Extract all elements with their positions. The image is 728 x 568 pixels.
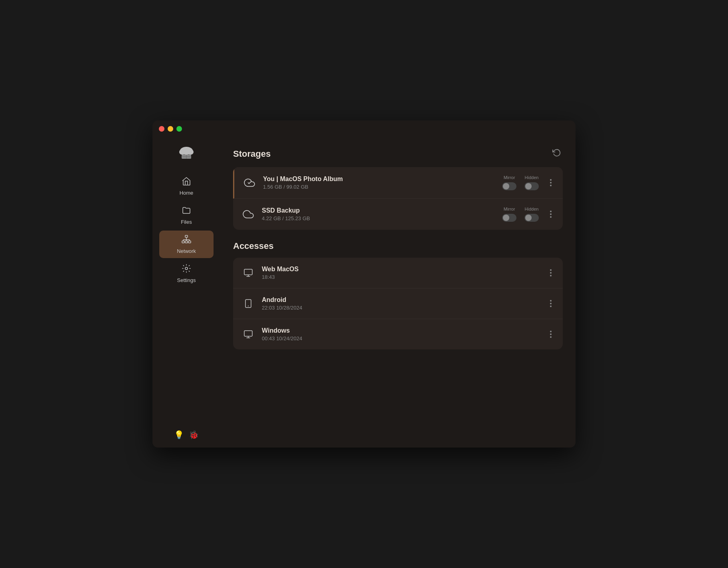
dot2 <box>550 272 552 274</box>
accesses-card: Web MacOS 18:43 <box>233 258 563 349</box>
dot2 <box>550 303 552 304</box>
cloud-icon <box>241 207 255 221</box>
dot3 <box>550 336 552 338</box>
main-content: Storages <box>220 137 576 448</box>
access-time-web-macos: 18:43 <box>262 274 540 280</box>
app-body: Home Files <box>152 137 576 448</box>
svg-rect-21 <box>244 331 252 336</box>
storage-size-macos-photo: 1.56 GB / 99.02 GB <box>263 184 496 190</box>
storages-title: Storages <box>233 149 271 159</box>
dot2 <box>550 333 552 335</box>
access-time-android: 22:03 10/28/2024 <box>262 305 540 311</box>
dot1 <box>550 331 552 332</box>
dot3 <box>550 275 552 276</box>
access-time-windows: 00:43 10/24/2024 <box>262 335 540 341</box>
monitor-icon-web <box>241 266 255 280</box>
access-item-windows[interactable]: Windows 00:43 10/24/2024 <box>233 319 563 349</box>
refresh-button[interactable] <box>551 147 563 161</box>
sidebar-item-home[interactable]: Home <box>159 172 214 200</box>
sidebar-item-label-home: Home <box>180 190 194 196</box>
svg-rect-8 <box>185 241 188 243</box>
storages-header: Storages <box>233 147 563 161</box>
access-item-android[interactable]: Android 22:03 10/28/2024 <box>233 288 563 319</box>
more-button-windows[interactable] <box>547 328 555 340</box>
storage-name-ssd-backup: SSD Backup <box>262 207 496 214</box>
svg-rect-9 <box>188 241 191 243</box>
dot2 <box>550 213 552 215</box>
mirror-label-macos: Mirror <box>504 175 515 180</box>
bug-icon[interactable]: 🐞 <box>189 430 199 440</box>
more-button-web-macos[interactable] <box>547 267 555 279</box>
mirror-toggle-ssd[interactable] <box>502 214 516 222</box>
mirror-label-ssd: Mirror <box>504 207 515 211</box>
accesses-title: Accesses <box>233 241 274 251</box>
storage-controls-ssd-backup: Mirror Hidden <box>502 207 555 222</box>
access-info-web-macos: Web MacOS 18:43 <box>262 266 540 280</box>
storage-info-ssd-backup: SSD Backup 4.22 GB / 125.23 GB <box>262 207 496 221</box>
sidebar-bottom: 💡 🐞 <box>174 430 199 444</box>
svg-point-15 <box>185 267 188 270</box>
hidden-toggle-ssd[interactable] <box>524 214 539 222</box>
accesses-header: Accesses <box>233 241 563 251</box>
access-name-web-macos: Web MacOS <box>262 266 540 273</box>
more-button-android[interactable] <box>547 298 555 310</box>
sidebar: Home Files <box>152 137 220 448</box>
storage-size-ssd-backup: 4.22 GB / 125.23 GB <box>262 215 496 221</box>
dot3 <box>550 185 552 186</box>
sidebar-item-label-files: Files <box>181 219 192 225</box>
sidebar-item-files[interactable]: Files <box>159 201 214 229</box>
access-name-android: Android <box>262 296 540 304</box>
dot1 <box>550 211 552 212</box>
svg-rect-6 <box>185 235 188 237</box>
svg-rect-7 <box>182 241 184 243</box>
dot3 <box>550 216 552 218</box>
svg-point-2 <box>187 149 194 155</box>
hidden-label-ssd: Hidden <box>525 207 539 211</box>
access-name-windows: Windows <box>262 327 540 334</box>
sidebar-item-label-network: Network <box>177 248 196 254</box>
storage-controls-macos-photo: Mirror Hidden <box>502 175 555 190</box>
maximize-button[interactable] <box>176 126 182 132</box>
phone-icon-android <box>241 296 255 311</box>
dot1 <box>550 300 552 302</box>
more-button-ssd-backup[interactable] <box>547 208 555 220</box>
hidden-label-macos: Hidden <box>525 175 539 180</box>
access-info-windows: Windows 00:43 10/24/2024 <box>262 327 540 341</box>
cloud-check-icon <box>242 176 257 190</box>
dot2 <box>550 182 552 183</box>
mirror-toggle-macos[interactable] <box>502 182 516 190</box>
traffic-lights <box>159 126 182 132</box>
storage-info-macos-photo: You | MacOS Photo Album 1.56 GB / 99.02 … <box>263 176 496 190</box>
lightbulb-icon[interactable]: 💡 <box>174 430 184 440</box>
storage-name-macos-photo: You | MacOS Photo Album <box>263 176 496 183</box>
close-button[interactable] <box>159 126 164 132</box>
minimize-button[interactable] <box>168 126 173 132</box>
folder-icon <box>182 205 191 217</box>
storages-card: You | MacOS Photo Album 1.56 GB / 99.02 … <box>233 167 563 230</box>
sidebar-item-network[interactable]: Network <box>159 231 214 258</box>
titlebar <box>152 120 576 137</box>
sidebar-nav: Home Files <box>152 172 220 430</box>
hidden-toggle-macos[interactable] <box>524 182 539 190</box>
storage-item-ssd-backup[interactable]: SSD Backup 4.22 GB / 125.23 GB Mirror Hi… <box>233 199 563 230</box>
dot1 <box>550 269 552 271</box>
hidden-toggle-group-macos: Hidden <box>524 175 539 190</box>
dot3 <box>550 306 552 307</box>
hidden-toggle-group-ssd: Hidden <box>524 207 539 222</box>
mirror-toggle-group-ssd: Mirror <box>502 207 516 222</box>
svg-point-1 <box>179 149 186 155</box>
app-logo <box>177 143 196 164</box>
access-item-web-macos[interactable]: Web MacOS 18:43 <box>233 258 563 288</box>
app-window: Home Files <box>152 120 576 448</box>
access-info-android: Android 22:03 10/28/2024 <box>262 296 540 311</box>
storage-item-macos-photo[interactable]: You | MacOS Photo Album 1.56 GB / 99.02 … <box>233 167 563 199</box>
dot1 <box>550 179 552 181</box>
sidebar-item-settings[interactable]: Settings <box>159 260 214 287</box>
sidebar-item-label-settings: Settings <box>177 277 196 283</box>
mirror-toggle-group-macos: Mirror <box>502 175 516 190</box>
gear-icon <box>182 264 191 276</box>
svg-rect-16 <box>244 269 252 275</box>
home-icon <box>182 176 191 188</box>
monitor-icon-windows <box>241 327 255 341</box>
more-button-macos-photo[interactable] <box>547 177 555 189</box>
